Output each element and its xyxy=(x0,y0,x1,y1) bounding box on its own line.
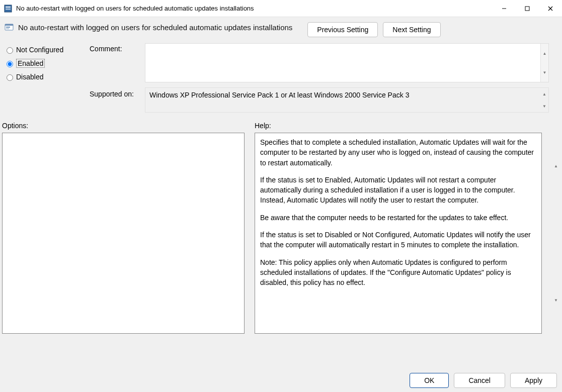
supported-on-label: Supported on: xyxy=(90,88,145,98)
comment-label: Comment: xyxy=(90,45,145,88)
minimize-button[interactable] xyxy=(493,0,516,17)
policy-icon xyxy=(4,22,14,32)
next-setting-button[interactable]: Next Setting xyxy=(383,22,440,37)
help-paragraph: Be aware that the computer needs to be r… xyxy=(260,213,536,223)
help-paragraph: Specifies that to complete a scheduled i… xyxy=(260,137,536,168)
help-label: Help: xyxy=(255,122,271,130)
ok-button[interactable]: OK xyxy=(410,373,449,388)
apply-button[interactable]: Apply xyxy=(510,373,557,388)
comment-scrollbar: ▲ ▼ xyxy=(540,44,548,82)
svg-rect-10 xyxy=(6,28,9,29)
app-icon xyxy=(4,5,12,13)
svg-rect-2 xyxy=(6,9,11,10)
policy-header: No auto-restart with logged on users for… xyxy=(0,17,562,40)
help-paragraph: If the status is set to Disabled or Not … xyxy=(260,230,536,250)
radio-not-configured[interactable]: Not Configured xyxy=(4,46,90,54)
svg-rect-1 xyxy=(6,7,11,8)
previous-setting-button[interactable]: Previous Setting xyxy=(307,22,378,37)
help-panel: Specifies that to complete a scheduled i… xyxy=(255,133,542,334)
options-label: Options: xyxy=(2,122,255,130)
help-scrollbar: ▲ ▼ xyxy=(552,133,560,334)
scroll-down-icon[interactable]: ▼ xyxy=(540,100,548,112)
supported-scrollbar: ▲ ▼ xyxy=(540,88,548,112)
options-panel xyxy=(2,133,245,334)
svg-rect-9 xyxy=(6,27,10,28)
radio-enabled[interactable]: Enabled xyxy=(4,59,90,68)
supported-on-box: Windows XP Professional Service Pack 1 o… xyxy=(145,87,549,113)
svg-rect-4 xyxy=(525,7,529,11)
close-button[interactable] xyxy=(539,0,562,17)
radio-enabled-label: Enabled xyxy=(16,59,45,68)
help-paragraph: Note: This policy applies only when Auto… xyxy=(260,257,536,288)
radio-not-configured-input[interactable] xyxy=(7,47,13,54)
radio-disabled[interactable]: Disabled xyxy=(4,73,90,81)
window-title: No auto-restart with logged on users for… xyxy=(16,5,254,12)
svg-rect-8 xyxy=(5,24,13,26)
scroll-up-icon[interactable]: ▲ xyxy=(552,133,560,200)
radio-disabled-label: Disabled xyxy=(16,73,43,81)
scroll-up-icon[interactable]: ▲ xyxy=(540,88,548,100)
scroll-up-icon[interactable]: ▲ xyxy=(540,44,548,63)
scroll-down-icon[interactable]: ▼ xyxy=(540,63,548,82)
cancel-button[interactable]: Cancel xyxy=(454,373,505,388)
radio-disabled-input[interactable] xyxy=(7,74,13,81)
maximize-button[interactable] xyxy=(516,0,539,17)
window-titlebar: No auto-restart with logged on users for… xyxy=(0,0,562,17)
state-radio-group: Not Configured Enabled Disabled xyxy=(4,43,90,113)
policy-title: No auto-restart with logged on users for… xyxy=(18,22,292,32)
dialog-footer: OK Cancel Apply xyxy=(410,373,557,388)
supported-on-text: Windows XP Professional Service Pack 1 o… xyxy=(149,91,409,99)
scroll-down-icon[interactable]: ▼ xyxy=(552,267,560,334)
radio-enabled-input[interactable] xyxy=(7,61,13,67)
radio-not-configured-label: Not Configured xyxy=(16,46,63,54)
comment-textarea[interactable]: ▲ ▼ xyxy=(145,43,549,82)
help-paragraph: If the status is set to Enabled, Automat… xyxy=(260,175,536,206)
